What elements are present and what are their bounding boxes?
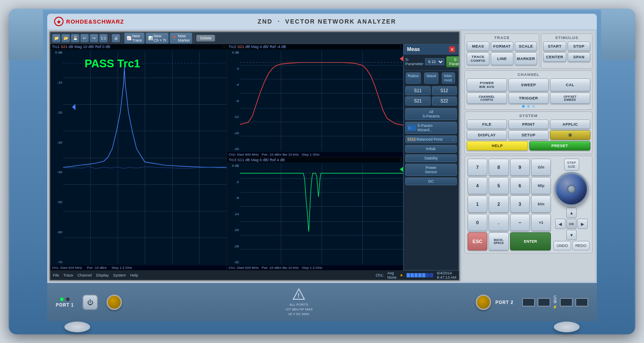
file-btn[interactable]: FILE [467, 120, 507, 129]
num-7[interactable]: 7 [468, 159, 487, 176]
balanced-ports-btn[interactable]: Balanced Ports ... [405, 135, 457, 143]
menu-file[interactable]: File [53, 273, 59, 277]
open-icon[interactable]: 📂 [61, 34, 70, 42]
windows-icon-btn[interactable]: ⊞ [550, 130, 590, 140]
num-8[interactable]: 8 [489, 159, 508, 176]
trigger-btn[interactable]: TRIGGER [508, 93, 549, 104]
span-btn[interactable]: SPAN [568, 52, 590, 62]
new-marker-button[interactable]: 📍 NewMarker [170, 33, 192, 44]
save-icon[interactable]: 💾 [71, 34, 79, 42]
nav-ok[interactable]: OK [566, 219, 577, 229]
header-bar: ◈ ROHDE&SCHWARZ ZND · VECTOR NETWORK ANA… [47, 14, 597, 29]
undo-icon[interactable]: ↩ [80, 34, 89, 42]
imbal-btn[interactable]: Imbal. [405, 145, 457, 153]
s-param-wizard-btn[interactable]: S↑ S-Param Wizard... [405, 122, 457, 134]
scale-btn[interactable]: SCALE [515, 42, 538, 51]
center-btn[interactable]: CENTER [543, 52, 566, 62]
meas-close-button[interactable]: ✕ [449, 46, 455, 52]
help-btn[interactable]: HELP [467, 141, 528, 150]
menu-system[interactable]: System [113, 273, 126, 277]
num-6[interactable]: 6 [510, 177, 530, 194]
nav-up[interactable]: ▲ [566, 208, 577, 218]
cal-btn[interactable]: CAL [550, 78, 590, 91]
delete-button[interactable]: Delete [196, 35, 215, 42]
esc-btn[interactable]: ESC [468, 232, 487, 250]
marker-btn[interactable]: MARKER [515, 52, 538, 65]
sweep-btn[interactable]: SWEEP [508, 78, 549, 91]
redo-btn[interactable]: REDO [572, 241, 589, 250]
intermod-btn[interactable]: Inter-mod. [442, 72, 455, 84]
stop-btn[interactable]: STOP [568, 42, 590, 51]
ratios-btn[interactable]: Ratios [406, 72, 421, 84]
step-size-btn[interactable]: STEPSIZE [564, 159, 579, 171]
nav-left[interactable]: ◀ [555, 219, 565, 229]
usb-port-3[interactable] [560, 298, 573, 307]
zoom-icon[interactable]: 1:1 [99, 34, 108, 42]
folder-icon[interactable]: 📁 [52, 34, 61, 42]
numpad-grid: 7 8 9 G/n 4 5 6 M/μ 1 2 3 k/m 0 . [468, 159, 551, 250]
s-param-select[interactable]: S 21 S 11 S 12 S 22 [425, 58, 444, 65]
usb-port-4[interactable] [575, 298, 588, 307]
unit-mu[interactable]: M/μ [531, 177, 551, 194]
new-trace-button[interactable]: 📈 New Trace [124, 33, 145, 44]
usb-port-1[interactable] [522, 298, 535, 307]
unit-x1[interactable]: ×1 [531, 214, 551, 231]
unit-gn[interactable]: G/n [531, 159, 551, 176]
top-handle-left [9, 9, 43, 60]
stability-btn[interactable]: Stability [405, 154, 457, 162]
num-3[interactable]: 3 [510, 196, 530, 213]
applic-btn[interactable]: APPLIC [550, 120, 590, 129]
backspace-btn[interactable]: BACK-SPACE [489, 232, 508, 250]
print-icon[interactable]: 🖨 [112, 34, 120, 42]
dc-btn[interactable]: DC [405, 178, 457, 185]
num-1[interactable]: 1 [468, 196, 487, 213]
all-sparams-btn[interactable]: AllS-Params [405, 108, 457, 120]
power-button[interactable]: ⏻ [82, 295, 98, 310]
start-btn[interactable]: START [543, 42, 566, 51]
nav-right[interactable]: ▶ [577, 219, 588, 229]
undo-btn[interactable]: UNDO [553, 241, 571, 250]
num-4[interactable]: 4 [468, 177, 487, 194]
num-dot[interactable]: . [489, 214, 508, 231]
trace-config-btn[interactable]: TRACECONFIG [467, 52, 489, 65]
num-0[interactable]: 0 [468, 214, 487, 231]
s-params-tab-btn[interactable]: S-Params [446, 56, 459, 67]
menu-trace[interactable]: Trace [64, 273, 73, 277]
jog-wheel[interactable] [554, 172, 589, 206]
num-9[interactable]: 9 [510, 159, 530, 176]
port2-connector[interactable] [476, 295, 491, 310]
new-channel-button[interactable]: 📊 NewCh + Tr [146, 33, 169, 44]
setup-btn[interactable]: SETUP [508, 130, 549, 140]
line-btn[interactable]: LINE [491, 52, 513, 65]
enter-btn[interactable]: ENTER [510, 232, 551, 250]
num-2[interactable]: 2 [489, 196, 508, 213]
power-bw-avg-btn[interactable]: POWERBW AVG [467, 78, 507, 91]
preset-btn[interactable]: PRESET [529, 141, 591, 150]
num-5[interactable]: 5 [489, 177, 508, 194]
meas-btn[interactable]: MEAS [467, 42, 489, 51]
trc3-y-labels: 4 dB -2 -8 -14 -20 -26 -32 [227, 164, 240, 264]
redo-icon[interactable]: ↪ [90, 34, 98, 42]
num-minus[interactable]: − [510, 214, 530, 231]
s12-btn[interactable]: S12 [432, 86, 457, 95]
s11-btn[interactable]: S11 [405, 86, 431, 95]
menu-channel[interactable]: Channel [77, 273, 92, 277]
nav-down[interactable]: ▼ [566, 230, 577, 240]
display-btn[interactable]: DISPLAY [467, 130, 507, 140]
menu-display[interactable]: Display [96, 273, 109, 277]
offset-embed-btn[interactable]: OFFSETEMBED [550, 93, 590, 104]
s21-btn[interactable]: S21 [405, 96, 431, 105]
print-btn[interactable]: PRINT [508, 120, 549, 129]
usb-port-2[interactable] [538, 298, 550, 307]
menu-help[interactable]: Help [130, 273, 138, 277]
channel-config-btn[interactable]: CHANNELCONFIG [467, 93, 507, 104]
port1-connector[interactable] [106, 295, 122, 310]
instrument-title: ZND · VECTOR NETWORK ANALYZER [258, 18, 396, 25]
wave-btn[interactable]: Wave [424, 72, 438, 84]
unit-km[interactable]: k/m [531, 196, 551, 213]
format-btn[interactable]: FORMAT [491, 42, 513, 51]
s22-btn[interactable]: S22 [432, 96, 457, 105]
power-symbol: ⏻ [87, 299, 93, 306]
channel-leds [467, 105, 590, 108]
power-sensor-btn[interactable]: PowerSensor [405, 164, 457, 176]
